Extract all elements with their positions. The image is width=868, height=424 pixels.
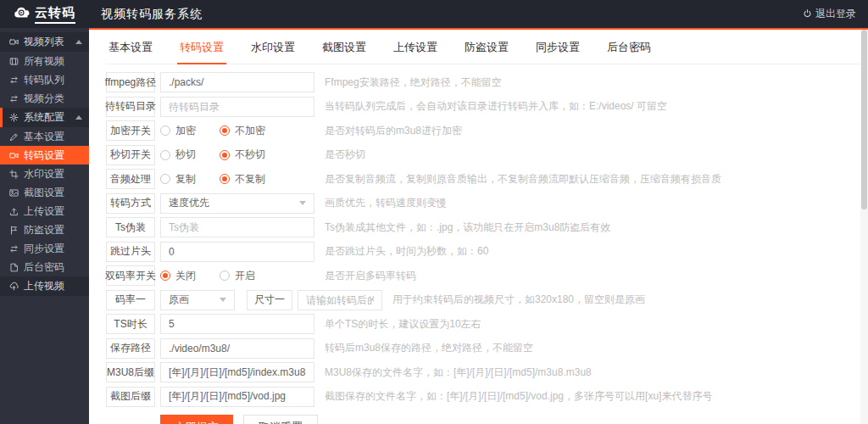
- encrypt-switch-option-加密[interactable]: 加密: [160, 124, 196, 138]
- form-row-ts-disguise: Ts伪装Ts伪装成其他文件，如：.jpg，该功能只在开启m3u8防盗后有效: [106, 217, 868, 237]
- fast-slice-switch-option-秒切[interactable]: 秒切: [160, 148, 196, 162]
- save-path-field: [160, 338, 314, 359]
- fast-slice-switch-field: 秒切不秒切: [160, 148, 314, 162]
- pending-dir-input[interactable]: [160, 97, 314, 117]
- save-path-label: 保存路径: [106, 338, 155, 359]
- ts-disguise-label: Ts伪装: [106, 217, 155, 237]
- ts-duration-input[interactable]: [160, 314, 314, 334]
- sidebar-item-label: 上传视频: [24, 279, 64, 293]
- encrypt-switch-radio-group: 加密不加密: [160, 124, 314, 138]
- main-layout: 视频列表所有视频转码队列视频分类系统配置基本设置转码设置水印设置截图设置上传设置…: [0, 28, 868, 424]
- radio-label: 不秒切: [235, 148, 265, 162]
- audio-mode-option-复制[interactable]: 复制: [160, 172, 196, 187]
- cloud-upload-icon: [9, 282, 19, 291]
- form-row-ts-duration: TS时长单个TS的时长，建议设置为10左右: [106, 314, 868, 334]
- power-icon: [803, 8, 812, 20]
- snapshot-suffix-label: 截图后缀: [106, 387, 155, 407]
- ffmpeg-path-input[interactable]: [160, 72, 314, 92]
- sidebar-item-6-转码设置[interactable]: 转码设置: [0, 146, 89, 165]
- radio-label: 加密: [175, 124, 196, 138]
- dual-bitrate-switch-option-开启[interactable]: 开启: [220, 269, 255, 283]
- audio-mode-label: 音频处理: [106, 169, 155, 189]
- form-row-encrypt-switch: 加密开关加密不加密是否对转码后的m3u8进行加密: [106, 120, 868, 141]
- ffmpeg-path-label: ffmpeg路径: [106, 72, 155, 92]
- ts-duration-label: TS时长: [106, 314, 155, 334]
- fast-slice-switch-option-不秒切[interactable]: 不秒切: [220, 148, 265, 162]
- sidebar-item-0-视频列表[interactable]: 视频列表: [0, 32, 89, 52]
- tab-4-上传设置[interactable]: 上传设置: [391, 40, 440, 64]
- sidebar-item-label: 基本设置: [24, 130, 64, 144]
- dual-bitrate-switch-label: 双码率开关: [106, 265, 155, 286]
- sidebar-item-13-上传视频[interactable]: 上传视频: [0, 276, 89, 296]
- tab-6-同步设置[interactable]: 同步设置: [533, 40, 582, 64]
- sidebar-item-5-基本设置[interactable]: 基本设置: [0, 127, 89, 146]
- sidebar-item-label: 防盗设置: [24, 223, 64, 237]
- reset-button[interactable]: 取消重置: [243, 415, 318, 424]
- tab-2-水印设置[interactable]: 水印设置: [248, 40, 298, 64]
- sidebar-item-label: 所有视频: [24, 54, 64, 69]
- pending-dir-hint: 当转码队列完成后，会自动对该目录进行转码并入库，如：E:/videos/ 可留空: [325, 99, 667, 114]
- form-row-skip-intro: 跳过片头是否跳过片头，时间为秒数，如：60: [106, 242, 868, 262]
- form-row-m3u8-suffix: M3U8后缀M3U8保存的文件名字，如：[年]/[月]/[日]/[md5]/m3…: [106, 362, 868, 382]
- settings-tabs: 基本设置转码设置水印设置截图设置上传设置防盗设置同步设置后台密码: [106, 30, 868, 64]
- radio-circle-icon: [220, 271, 230, 281]
- chevron-down-icon: [299, 201, 306, 205]
- radio-circle-icon: [160, 174, 170, 184]
- m3u8-suffix-input[interactable]: [160, 362, 314, 382]
- form-row-save-path: 保存路径转码后m3u8保存的路径，绝对路径，不能留空: [106, 338, 868, 359]
- sidebar-item-12-后台密码[interactable]: 后台密码: [0, 258, 89, 276]
- sidebar-item-1-所有视频[interactable]: 所有视频: [0, 52, 89, 70]
- scrollbar[interactable]: [860, 30, 868, 424]
- logo-text: 云转码: [35, 5, 75, 24]
- dual-bitrate-switch-option-关闭[interactable]: 关闭: [160, 269, 196, 283]
- transcode-mode-select[interactable]: 速度优先: [160, 193, 314, 214]
- form-row-bitrate-1: 码率一原画尺寸一用于约束转码后的视频尺寸，如320x180，留空则是原画: [106, 290, 868, 310]
- sidebar-item-8-截图设置[interactable]: 截图设置: [0, 183, 89, 202]
- logout-button[interactable]: 退出登录: [803, 7, 856, 21]
- edit-pencil-icon: [9, 132, 19, 142]
- content-panel: 基本设置转码设置水印设置截图设置上传设置防盗设置同步设置后台密码 ffmpeg路…: [89, 28, 868, 424]
- tab-7-后台密码[interactable]: 后台密码: [604, 40, 654, 64]
- swap-arrows-icon: [9, 244, 19, 254]
- tab-0-基本设置[interactable]: 基本设置: [106, 40, 155, 64]
- sidebar-item-label: 视频列表: [24, 35, 64, 49]
- sidebar-item-label: 水印设置: [24, 167, 64, 181]
- submit-button[interactable]: 立即提交: [160, 415, 233, 424]
- sidebar-item-11-同步设置[interactable]: 同步设置: [0, 239, 89, 258]
- fast-slice-switch-label: 秒切开关: [106, 145, 155, 165]
- sidebar: 视频列表所有视频转码队列视频分类系统配置基本设置转码设置水印设置截图设置上传设置…: [0, 28, 89, 424]
- snapshot-suffix-input[interactable]: [160, 387, 314, 407]
- ts-duration-field: [160, 314, 314, 334]
- ts-disguise-input[interactable]: [160, 217, 314, 237]
- dual-bitrate-switch-radio-group: 关闭开启: [160, 269, 314, 283]
- video-camera-icon: [9, 151, 19, 160]
- document-icon: [9, 263, 19, 272]
- scrollbar-thumb[interactable]: [861, 30, 867, 209]
- sidebar-item-10-防盗设置[interactable]: 防盗设置: [0, 220, 89, 239]
- app-logo[interactable]: 云转码: [0, 5, 89, 24]
- image-icon: [9, 188, 19, 198]
- encrypt-switch-option-不加密[interactable]: 不加密: [220, 124, 265, 138]
- bitrate-1-select[interactable]: 原画: [160, 290, 235, 310]
- video-file-icon: [9, 57, 19, 66]
- form-row-snapshot-suffix: 截图后缀截图保存的文件名字，如：[年]/[月]/[日]/[md5]/vod.jp…: [106, 387, 868, 407]
- sidebar-item-2-转码队列[interactable]: 转码队列: [0, 70, 89, 89]
- form-row-audio-mode: 音频处理复制不复制是否复制音频流，复制则原音质输出，不复制音频流即默认压缩音频，…: [106, 169, 868, 189]
- sidebar-item-7-水印设置[interactable]: 水印设置: [0, 165, 89, 183]
- topbar: 云转码 视频转码服务系统 退出登录: [0, 0, 868, 28]
- audio-mode-option-不复制[interactable]: 不复制: [220, 172, 265, 187]
- radio-circle-icon: [220, 150, 230, 160]
- save-path-input[interactable]: [160, 338, 314, 359]
- tab-5-防盗设置[interactable]: 防盗设置: [462, 40, 511, 64]
- sidebar-item-9-上传设置[interactable]: 上传设置: [0, 202, 89, 220]
- size-1-input[interactable]: [298, 290, 382, 310]
- skip-intro-input[interactable]: [160, 242, 314, 262]
- ffmpeg-path-hint: Ffmpeg安装路径，绝对路径，不能留空: [325, 75, 502, 90]
- encrypt-switch-hint: 是否对转码后的m3u8进行加密: [325, 124, 462, 138]
- sidebar-item-label: 系统配置: [24, 110, 64, 125]
- tab-3-截图设置[interactable]: 截图设置: [320, 40, 369, 64]
- pending-dir-field: [160, 97, 314, 117]
- sidebar-item-4-系统配置[interactable]: 系统配置: [0, 108, 89, 127]
- tab-1-转码设置[interactable]: 转码设置: [177, 40, 226, 64]
- sidebar-item-3-视频分类[interactable]: 视频分类: [0, 89, 89, 108]
